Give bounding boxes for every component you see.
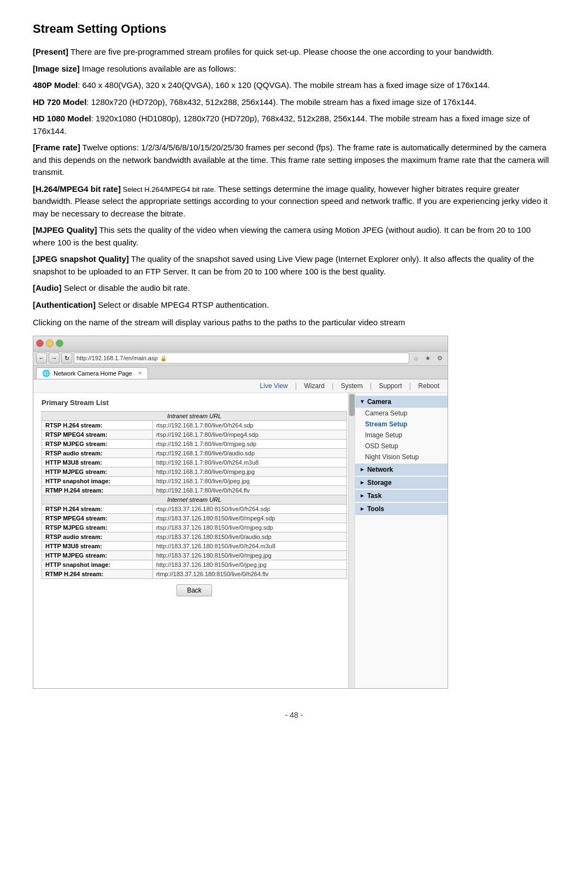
stream-url-cell[interactable]: http://192.168.1.7:80/live/0/h264.m3u8	[152, 458, 346, 467]
stream-url-cell[interactable]: http://192.168.1.7:80/live/0/h264.flv	[152, 485, 346, 495]
stream-table: Intranet stream URL RTSP H.264 stream:rt…	[42, 411, 347, 579]
table-row: RTSP MPEG4 stream:rtsp://192.168.1.7:80/…	[42, 430, 347, 439]
back-button[interactable]: Back	[177, 584, 212, 596]
topnav-system[interactable]: System	[341, 382, 363, 390]
mjpeg-text: This sets the quality of the video when …	[33, 225, 531, 247]
stream-url-cell[interactable]: http://192.168.1.7:80/live/0/mjpeg.jpg	[152, 467, 346, 476]
intranet-header-cell: Intranet stream URL	[42, 411, 347, 420]
browser-tab[interactable]: 🌐 Network Camera Home Page ✕	[36, 367, 148, 379]
network-expand-icon: ►	[360, 466, 365, 472]
stream-url-cell[interactable]: rtsp://192.168.1.7:80/live/0/mpeg4.sdp	[152, 430, 346, 439]
stream-label-cell: HTTP M3U8 stream:	[42, 541, 153, 550]
stream-label-cell: HTTP snapshot image:	[42, 560, 153, 569]
browser-icons-right: ⌂ ★ ⚙	[411, 353, 445, 363]
sidebar-camera-label: Camera	[367, 398, 391, 406]
jpeg-snapshot-label: [JPEG snapshot Quality]	[33, 254, 129, 263]
topnav-sep3: |	[370, 382, 373, 390]
hd720-label: HD 720 Model	[33, 97, 86, 107]
h264-label: [H.264/MPEG4 bit rate]	[33, 184, 121, 194]
scrollbar[interactable]	[348, 393, 355, 688]
stream-url-cell[interactable]: http://183.37.126.180:8150/live/0/h264.m…	[152, 541, 346, 550]
sidebar-item-osd-setup[interactable]: OSD Setup	[355, 441, 448, 452]
tab-close-icon[interactable]: ✕	[138, 370, 142, 376]
stream-url-cell[interactable]: rtmp://183.37.126.180:8150/live/0/h264.f…	[152, 569, 346, 578]
scrollbar-thumb[interactable]	[349, 394, 355, 416]
sidebar-item-image-setup[interactable]: Image Setup	[355, 430, 448, 441]
stream-url-cell[interactable]: rtsp://192.168.1.7:80/live/0/mjpeg.sdp	[152, 439, 346, 448]
auth-paragraph: [Authentication] Select or disable MPEG4…	[33, 299, 555, 312]
sidebar-tools-header[interactable]: ► Tools	[355, 503, 448, 515]
browser-maximize-btn[interactable]	[56, 339, 63, 347]
stream-label-cell: RTMP H.264 stream:	[42, 569, 153, 578]
stream-url-cell[interactable]: rtsp://192.168.1.7:80/live/0/h264.sdp	[152, 420, 346, 430]
browser-close-btn[interactable]	[36, 339, 44, 347]
table-row: RTSP MPEG4 stream:rtsp://183.37.126.180:…	[42, 513, 347, 523]
stream-label-cell: HTTP MJPEG stream:	[42, 467, 153, 476]
browser-address-bar[interactable]: http://192.168.1.7/en/main.asp 🔒	[74, 353, 409, 364]
browser-back-button[interactable]: ←	[36, 353, 47, 364]
topnav-wizard[interactable]: Wizard	[304, 382, 325, 390]
camera-expand-icon: ▼	[360, 399, 365, 405]
stream-url-cell[interactable]: rtsp://183.37.126.180:8150/live/0/mpeg4.…	[152, 513, 346, 523]
page-number: - 48 -	[285, 711, 303, 719]
sidebar-storage-label: Storage	[367, 479, 392, 487]
image-size-text: Image resolutions available are as follo…	[80, 64, 236, 73]
topnav-liveview[interactable]: Live View	[260, 382, 288, 390]
gear-icon[interactable]: ⚙	[435, 353, 445, 363]
page-title: Stream Setting Options	[33, 22, 555, 36]
480p-label: 480P Model	[33, 80, 78, 90]
present-text: There are five pre-programmed stream pro…	[68, 47, 493, 56]
table-row: HTTP MJPEG stream:http://183.37.126.180:…	[42, 550, 347, 560]
stream-label-cell: HTTP snapshot image:	[42, 476, 153, 485]
browser-minimize-btn[interactable]	[46, 339, 54, 347]
browser-refresh-button[interactable]: ↻	[61, 353, 72, 364]
browser-tab-label: Network Camera Home Page	[54, 370, 132, 377]
intranet-header-row: Intranet stream URL	[42, 411, 347, 420]
auth-text: Select or disable MPEG4 RTSP authenticat…	[96, 300, 269, 309]
stream-url-cell[interactable]: http://183.37.126.180:8150/live/0/mjpeg.…	[152, 550, 346, 560]
stream-url-cell[interactable]: rtsp://183.37.126.180:8150/live/0/mjpeg.…	[152, 523, 346, 532]
stream-url-cell[interactable]: rtsp://183.37.126.180:8150/live/0/h264.s…	[152, 504, 346, 513]
frame-rate-text: Twelve options: 1/2/3/4/5/6/8/10/15/20/2…	[33, 143, 549, 177]
stream-url-cell[interactable]: rtsp://183.37.126.180:8150/live/0/audio.…	[152, 532, 346, 541]
topnav-support[interactable]: Support	[379, 382, 402, 390]
browser-window: ← → ↻ http://192.168.1.7/en/main.asp 🔒 ⌂…	[33, 336, 448, 689]
stream-url-cell[interactable]: http://183.37.126.180:8150/live/0/jpeg.j…	[152, 560, 346, 569]
sidebar-network-header[interactable]: ► Network	[355, 464, 448, 476]
sidebar-storage-header[interactable]: ► Storage	[355, 477, 448, 489]
sidebar-task-label: Task	[367, 492, 381, 500]
sidebar-item-camera-setup[interactable]: Camera Setup	[355, 408, 448, 419]
table-row: RTSP MJPEG stream:rtsp://183.37.126.180:…	[42, 523, 347, 532]
image-size-label: [Image size]	[33, 64, 80, 73]
stream-label-cell: RTSP H.264 stream:	[42, 504, 153, 513]
sidebar-storage-section: ► Storage	[355, 477, 448, 489]
topnav-reboot[interactable]: Reboot	[418, 382, 439, 390]
tab-favicon-icon: 🌐	[42, 370, 50, 377]
present-paragraph: [Present] There are five pre-programmed …	[33, 46, 555, 58]
sidebar-camera-section: ▼ Camera Camera Setup Stream Setup Image…	[355, 396, 448, 462]
audio-text: Select or disable the audio bit rate.	[61, 283, 190, 292]
sidebar-item-stream-setup[interactable]: Stream Setup	[355, 419, 448, 430]
sidebar-tools-section: ► Tools	[355, 503, 448, 515]
sidebar-item-night-vision-setup[interactable]: Night Vision Setup	[355, 452, 448, 462]
internet-header-cell: Internet stream URL	[42, 495, 347, 504]
mjpeg-label: [MJPEG Quality]	[33, 225, 97, 235]
lock-icon: 🔒	[160, 355, 167, 361]
sidebar-task-header[interactable]: ► Task	[355, 490, 448, 502]
task-expand-icon: ►	[360, 493, 365, 499]
browser-nav-bar: ← → ↻ http://192.168.1.7/en/main.asp 🔒 ⌂…	[33, 351, 448, 366]
jpeg-snapshot-paragraph: [JPEG snapshot Quality] The quality of t…	[33, 253, 555, 278]
home-icon[interactable]: ⌂	[411, 353, 421, 363]
browser-forward-button[interactable]: →	[49, 353, 60, 364]
tools-expand-icon: ►	[360, 506, 365, 512]
table-row: HTTP M3U8 stream:http://183.37.126.180:8…	[42, 541, 347, 550]
browser-titlebar	[33, 336, 448, 351]
stream-url-cell[interactable]: rtsp://192.168.1.7:80/live/0/audio.sdp	[152, 448, 346, 458]
browser-tab-bar: 🌐 Network Camera Home Page ✕	[33, 366, 448, 379]
stream-url-cell[interactable]: http://192.168.1.7:80/live/0/jpeg.jpg	[152, 476, 346, 485]
star-icon[interactable]: ★	[423, 353, 433, 363]
sidebar-tools-label: Tools	[367, 505, 384, 513]
sidebar-camera-header[interactable]: ▼ Camera	[355, 396, 448, 408]
frame-rate-label: [Frame rate]	[33, 143, 80, 152]
480p-text: : 640 x 480(VGA), 320 x 240(QVGA), 160 x…	[78, 80, 490, 90]
